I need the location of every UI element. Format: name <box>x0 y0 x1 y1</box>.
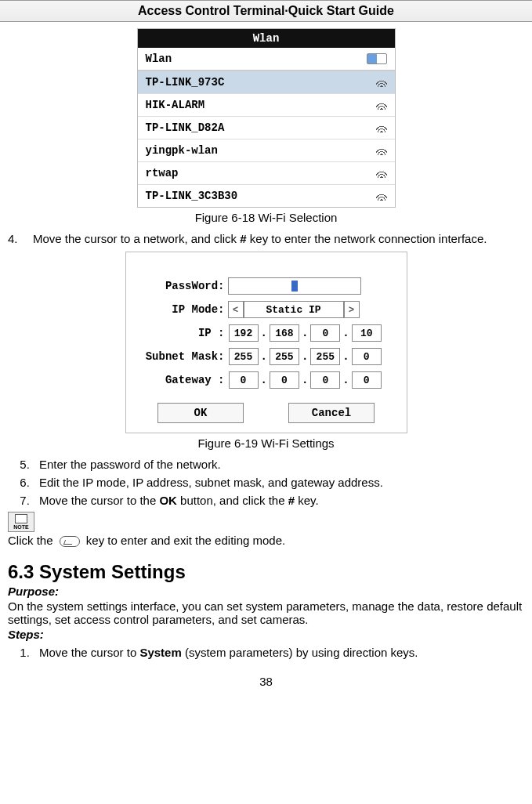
step-text: Move the cursor to <box>39 646 139 659</box>
step-text: Move the cursor to the <box>39 494 159 507</box>
step-text: button, and click the <box>177 494 288 507</box>
wifi-signal-icon <box>376 78 387 87</box>
edit-key-icon <box>60 536 80 547</box>
wifi-selection-screenshot: Wlan Wlan TP-LINK_973C HIK-ALARM TP-LINK… <box>137 28 396 208</box>
figure-title: Wi-Fi Settings <box>261 436 334 450</box>
step-text: Move the cursor to a network, and click <box>33 232 240 245</box>
note-icon: NOTE <box>8 512 34 532</box>
key-ref: # <box>240 232 246 245</box>
wifi-signal-icon <box>376 100 387 110</box>
wifi-ssid: HIK-ALARM <box>146 99 205 111</box>
system-ref: System <box>139 646 181 659</box>
wifi-network-row[interactable]: rtwap <box>138 162 395 185</box>
wifi-ssid: TP-LINK_973C <box>146 76 225 89</box>
step-item: Edit the IP mode, IP address, subnet mas… <box>33 476 524 489</box>
wifi-network-row[interactable]: TP-LINK_973C <box>138 71 395 94</box>
subnet-octet-input[interactable]: 255 <box>270 348 299 365</box>
section-heading: 6.3 System Settings <box>8 561 524 583</box>
wifi-ssid: rtwap <box>146 167 179 179</box>
ipmode-prev-button[interactable]: < <box>228 301 244 318</box>
steps-list: Move the cursor to System (system parame… <box>8 646 524 659</box>
ip-label: IP : <box>136 327 228 339</box>
ipmode-label: IP Mode: <box>136 303 228 316</box>
step-item: Move the cursor to System (system parame… <box>33 646 524 659</box>
note-text-part: Click the <box>8 534 56 547</box>
steps-list: Enter the password of the network. Edit … <box>8 458 524 507</box>
figure-title: Wi-Fi Selection <box>259 211 338 224</box>
wifi-signal-icon <box>376 146 387 155</box>
wifi-toggle-label: Wlan <box>146 53 172 65</box>
subnet-octet-input[interactable]: 255 <box>310 348 340 365</box>
wifi-network-row[interactable]: HIK-ALARM <box>138 94 395 117</box>
gateway-label: Gateway : <box>136 374 228 386</box>
purpose-text: On the system settings interface, you ca… <box>8 599 524 626</box>
step-text: key. <box>295 494 319 507</box>
ipmode-value: Static IP <box>244 301 344 318</box>
step-number: 4. <box>8 232 33 245</box>
note-text: Click the key to enter and exit the edit… <box>8 534 524 547</box>
password-input[interactable] <box>228 277 361 295</box>
wifi-toggle-switch[interactable] <box>367 53 387 64</box>
wifi-network-row[interactable]: TP-LINK_D82A <box>138 117 395 139</box>
page-header: Access Control Terminal·Quick Start Guid… <box>0 0 532 22</box>
key-ref: # <box>288 494 295 507</box>
wifi-settings-screenshot: PassWord: IP Mode: < Static IP > IP : 19… <box>125 252 407 433</box>
cancel-button[interactable]: Cancel <box>288 403 375 423</box>
gateway-octet-input[interactable]: 0 <box>229 371 259 389</box>
figure-caption: Figure 6-18 Wi-Fi Selection <box>8 211 524 224</box>
figure-number: Figure 6-18 <box>195 211 255 224</box>
wifi-toggle-row: Wlan <box>138 48 395 71</box>
wifi-signal-icon <box>376 191 387 201</box>
wifi-network-row[interactable]: TP-LINK_3C3B30 <box>138 185 395 207</box>
step-text: key to enter the network connection inte… <box>247 232 487 245</box>
step-item: Enter the password of the network. <box>33 458 524 471</box>
subnet-label: Subnet Mask: <box>136 350 228 363</box>
ip-octet-input[interactable]: 10 <box>352 324 382 342</box>
ok-ref: OK <box>159 494 177 507</box>
subnet-octet-input[interactable]: 255 <box>229 348 259 365</box>
ip-octet-input[interactable]: 0 <box>310 324 340 342</box>
ip-octet-input[interactable]: 168 <box>270 324 299 342</box>
step-text: (system parameters) by using direction k… <box>182 646 418 659</box>
ok-button[interactable]: OK <box>157 403 244 423</box>
figure-caption: Figure 6-19 Wi-Fi Settings <box>8 436 524 450</box>
wifi-signal-icon <box>376 168 387 178</box>
wifi-panel-title: Wlan <box>138 29 395 48</box>
text-cursor <box>291 281 298 292</box>
step-item: 4. Move the cursor to a network, and cli… <box>8 232 524 245</box>
ip-octet-input[interactable]: 192 <box>229 324 259 342</box>
step-item: Move the cursor to the OK button, and cl… <box>33 494 524 507</box>
gateway-octet-input[interactable]: 0 <box>310 371 340 389</box>
purpose-label: Purpose: <box>8 585 524 598</box>
wifi-ssid: TP-LINK_3C3B30 <box>146 190 238 202</box>
subnet-octet-input[interactable]: 0 <box>352 348 382 365</box>
note-label: NOTE <box>13 524 28 530</box>
gateway-octet-input[interactable]: 0 <box>352 371 382 389</box>
ipmode-next-button[interactable]: > <box>344 301 360 318</box>
password-label: PassWord: <box>136 280 228 292</box>
note-text-part: key to enter and exit the editing mode. <box>83 534 286 547</box>
wifi-signal-icon <box>376 123 387 132</box>
wifi-network-row[interactable]: yingpk-wlan <box>138 139 395 162</box>
gateway-octet-input[interactable]: 0 <box>270 371 299 389</box>
wifi-ssid: yingpk-wlan <box>146 144 218 157</box>
wifi-ssid: TP-LINK_D82A <box>146 121 225 134</box>
steps-label: Steps: <box>8 628 524 641</box>
page-number: 38 <box>8 675 524 688</box>
figure-number: Figure 6-19 <box>197 436 258 450</box>
